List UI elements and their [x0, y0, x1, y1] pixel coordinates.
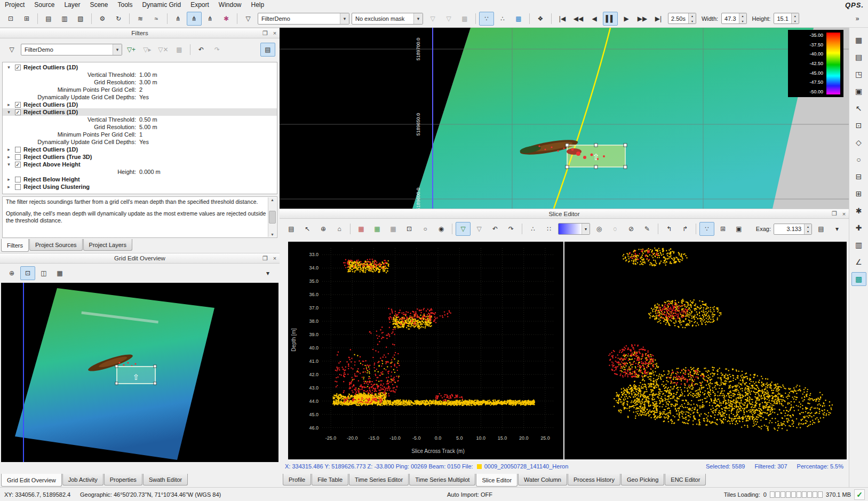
expand-arrow-icon[interactable]: ▸	[5, 183, 12, 190]
slice-mode-icon[interactable]: ∵	[479, 12, 494, 26]
float-panel-icon[interactable]: ❐	[830, 210, 839, 217]
rotate-left-icon[interactable]: ↰	[662, 222, 676, 236]
filter-property-row[interactable]: Minimum Points Per Grid Cell:1	[3, 131, 277, 138]
map-view[interactable]: ⇧	[280, 28, 849, 209]
zoom-extents-icon[interactable]: ⊞	[19, 12, 34, 26]
reprocess-icon[interactable]: ↻	[111, 12, 126, 26]
exaggeration-spinner[interactable]: 3.133 ▴▾	[774, 224, 812, 235]
tab-properties[interactable]: Properties	[104, 474, 142, 486]
tab-geo-picking[interactable]: Geo Picking	[621, 474, 664, 486]
filter-description-toggle[interactable]: ▤	[260, 43, 275, 57]
filter-property-row[interactable]: Dynamically Update Grid Cell Depths:Yes	[3, 138, 277, 146]
filter-checkbox[interactable]: ✓	[15, 102, 21, 108]
menu-tools[interactable]: Tools	[113, 1, 137, 9]
tab-enc-editor[interactable]: ENC Editor	[665, 474, 706, 486]
polygon-select-icon[interactable]: ◇	[851, 136, 866, 149]
filter-tree[interactable]: ▾✓Reject Outliers (1D)Vertical Threshold…	[2, 62, 277, 194]
filter-tree-item[interactable]: ▸Reject Below Height	[3, 176, 277, 183]
close-panel-icon[interactable]: ×	[270, 30, 280, 36]
chevron-down-icon[interactable]: ▾	[413, 13, 423, 24]
filter-tree-item[interactable]: ▸Reject Outliers (1D)	[3, 146, 277, 153]
filter-checkbox[interactable]: ✓	[15, 65, 21, 70]
tab-grid-edit-overview[interactable]: Grid Edit Overview	[1, 474, 62, 487]
export-soundings-icon[interactable]: ▤	[41, 12, 56, 26]
spin-up-icon[interactable]: ▴	[689, 13, 696, 19]
menu-project[interactable]: Project	[0, 1, 29, 9]
tab-slice-editor[interactable]: Slice Editor	[476, 474, 517, 487]
map-view-container[interactable]: ⇧ 5189700.05189650.05189600.0 -35.00-37.…	[280, 28, 849, 209]
chevron-down-icon[interactable]: ▾	[582, 224, 590, 234]
height-spinner[interactable]: 15.1 ▴▾	[774, 13, 799, 24]
view-orientation-icon[interactable]: ◳	[851, 67, 866, 81]
tab-job-activity[interactable]: Job Activity	[62, 474, 103, 486]
filter-tree-item[interactable]: ▾✓Reject Above Height	[3, 161, 277, 168]
filter-tree-item[interactable]: ▸✓Reject Outliers (1D)	[3, 101, 277, 108]
float-panel-icon[interactable]: ❐	[260, 255, 270, 262]
slice-selection-box[interactable]: ⇧	[566, 144, 627, 169]
fast-forward-icon[interactable]: ▶▶	[635, 12, 650, 26]
filter-checkbox[interactable]	[15, 154, 21, 160]
grid-edit-overview-canvas[interactable]: ⇧	[1, 283, 278, 462]
scroll-thumb[interactable]	[269, 211, 276, 224]
pick-sounding-icon[interactable]: ◎	[592, 222, 607, 236]
select-circle-icon[interactable]: ○	[418, 222, 433, 236]
go-first-icon[interactable]: |◀	[555, 12, 570, 26]
rectangle-select-icon[interactable]: ⊡	[851, 118, 866, 132]
slice-scatter-plot-container[interactable]: 33.034.035.036.037.038.039.040.041.042.0…	[288, 242, 563, 459]
collapse-arrow-icon[interactable]: ▾	[5, 161, 12, 168]
rewind-icon[interactable]: ◀◀	[571, 12, 586, 26]
chevron-down-icon[interactable]: ▾	[340, 13, 349, 24]
collapse-panel-chevron-icon[interactable]: ▾	[260, 266, 275, 280]
menu-help[interactable]: Help	[246, 1, 269, 9]
filter-checkbox[interactable]	[15, 177, 21, 182]
exclusion-mask-combo[interactable]: No exclusion mask ▾	[352, 13, 423, 25]
scatter-view-icon[interactable]: ∵	[699, 222, 714, 236]
play-icon[interactable]: ▶	[619, 12, 634, 26]
grid-view-icon[interactable]: ⊞	[715, 222, 730, 236]
filter-property-row[interactable]: Vertical Threshold:1.00 m	[3, 71, 277, 78]
expand-arrow-icon[interactable]: ▸	[5, 101, 12, 108]
beam-tool-2-icon[interactable]: ⋔	[187, 12, 202, 26]
float-panel-icon[interactable]: ❐	[260, 30, 270, 37]
close-panel-icon[interactable]: ×	[839, 211, 849, 217]
tab-time-series-multiplot[interactable]: Time Series Multiplot	[409, 474, 475, 486]
tab-swath-editor[interactable]: Swath Editor	[143, 474, 188, 486]
camera-icon[interactable]: ▣	[731, 222, 746, 236]
filter-options-icon[interactable]: ▽	[472, 222, 487, 236]
select-grid-icon[interactable]: ⊡	[3, 12, 18, 26]
menu-dynamic-grid[interactable]: Dynamic Grid	[137, 1, 186, 9]
time-interval-spinner[interactable]: 2.50s ▴▾	[668, 13, 696, 24]
filter-property-row[interactable]: Grid Resolution:3.00 m	[3, 78, 277, 86]
save-grid-icon[interactable]: ▤	[851, 50, 866, 64]
filter-property-row[interactable]: Dynamically Update Grid Cell Depths:Yes	[3, 93, 277, 101]
expand-arrow-icon[interactable]: ▸	[5, 176, 12, 183]
tab-water-column[interactable]: Water Column	[518, 474, 567, 486]
tab-filters[interactable]: Filters	[1, 239, 29, 252]
filter-icon[interactable]: ▽	[241, 12, 256, 26]
filter-selected-icon[interactable]: ▽	[456, 222, 471, 236]
tab-file-table[interactable]: File Table	[312, 474, 348, 486]
point-size-small-icon[interactable]: ∴	[525, 222, 540, 236]
undo-icon[interactable]: ↶	[194, 43, 209, 57]
collapse-arrow-icon[interactable]: ▾	[5, 63, 12, 71]
report-icon[interactable]: ▧	[73, 12, 88, 26]
filter-funnel-icon[interactable]: ▽	[4, 43, 19, 57]
redo-icon[interactable]: ↷	[504, 222, 519, 236]
filter-property-row[interactable]: Grid Resolution:5.00 m	[3, 123, 277, 131]
filter-tree-item[interactable]: ▾✓Reject Outliers (1D)	[3, 108, 277, 116]
scroll-down-icon[interactable]: ▼	[270, 232, 274, 237]
spin-up-icon[interactable]: ▴	[792, 13, 799, 19]
beam-tool-3-icon[interactable]: ⋔	[203, 12, 218, 26]
slice-3d-view[interactable]	[564, 242, 847, 459]
save-icon[interactable]: ▤	[284, 222, 299, 236]
menu-scene[interactable]: Scene	[85, 1, 113, 9]
expand-arrow-icon[interactable]: ▸	[5, 153, 12, 161]
tab-project-layers[interactable]: Project Layers	[83, 239, 132, 251]
tab-project-sources[interactable]: Project Sources	[29, 239, 83, 251]
export-grid-icon[interactable]: ▥	[57, 12, 72, 26]
spin-down-icon[interactable]: ▾	[689, 19, 696, 24]
slice-selection-box[interactable]: ⇧	[115, 365, 156, 385]
filter-property-row[interactable]: Minimum Points Per Grid Cell:2	[3, 86, 277, 93]
overview-bathymetry-view[interactable]: ⇧	[1, 283, 278, 462]
menu-export[interactable]: Export	[186, 1, 214, 9]
